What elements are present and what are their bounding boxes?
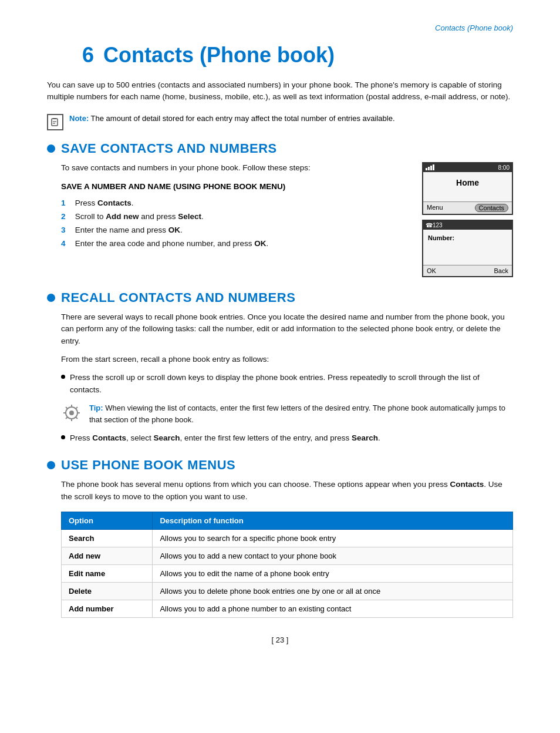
save-subsection-title: SAVE A NUMBER AND NAME (USING PHONE BOOK… bbox=[61, 182, 410, 191]
table-cell-option: Delete bbox=[62, 582, 153, 600]
svg-rect-0 bbox=[52, 119, 58, 126]
save-section: SAVE CONTACTS AND NUMBERS To save contac… bbox=[47, 141, 513, 277]
save-steps-list: 1 Press Contacts. 2 Scroll to Add new an… bbox=[61, 197, 410, 251]
step-2-bold1: Add new bbox=[106, 212, 139, 221]
recall-body-2: From the start screen, recall a phone bo… bbox=[61, 354, 513, 366]
note-label: Note: bbox=[69, 114, 89, 123]
table-cell-option: Add number bbox=[62, 600, 153, 617]
bar2 bbox=[428, 167, 430, 170]
table-cell-option: Search bbox=[62, 529, 153, 547]
recall-contacts-bold: Contacts bbox=[92, 433, 126, 442]
tip-text: Tip: When viewing the list of contacts, … bbox=[89, 402, 513, 425]
table-header-description: Description of function bbox=[153, 512, 513, 529]
table-row: SearchAllows you to search for a specifi… bbox=[62, 529, 513, 547]
table-cell-description: Allows you to edit the name of a phone b… bbox=[153, 564, 513, 582]
note-icon bbox=[47, 114, 63, 130]
recall-bullet-2-dot bbox=[61, 435, 65, 439]
svg-line-10 bbox=[66, 407, 68, 409]
phone-2-ok: OK bbox=[427, 267, 436, 274]
step-3-bold: OK bbox=[168, 226, 180, 234]
use-section-title: USE PHONE BOOK MENUS bbox=[61, 458, 235, 473]
phone-1-header: 8:00 bbox=[423, 163, 512, 172]
page-header: Contacts (Phone book) bbox=[47, 23, 513, 32]
table-header-option: Option bbox=[62, 512, 153, 529]
chapter-title-text: Contacts (Phone book) bbox=[103, 43, 335, 67]
note-text: Note: The amount of detail stored for ea… bbox=[69, 113, 395, 125]
tip-label: Tip: bbox=[89, 404, 103, 412]
svg-line-11 bbox=[76, 417, 77, 419]
signal-bars bbox=[426, 164, 434, 170]
recall-bullet-1-text: Press the scroll up or scroll down keys … bbox=[70, 372, 513, 396]
step-3: 3 Enter the name and press OK. bbox=[61, 224, 410, 237]
phone-2-number-label: Number: bbox=[428, 234, 507, 241]
page-footer: [ 23 ] bbox=[47, 636, 513, 644]
bar3 bbox=[430, 166, 432, 170]
table-cell-description: Allows you to add a new contact to your … bbox=[153, 547, 513, 564]
save-bullet-dot bbox=[47, 144, 55, 153]
tip-box: Tip: When viewing the list of contacts, … bbox=[61, 402, 513, 425]
step-4-bold: OK bbox=[254, 239, 266, 248]
svg-point-5 bbox=[69, 411, 74, 415]
recall-bullet-2-text: Press Contacts, select Search, enter the… bbox=[70, 432, 380, 445]
svg-rect-1 bbox=[53, 118, 56, 119]
phone-1-menu: Menu bbox=[427, 204, 443, 212]
table-cell-description: Allows you to search for a specific phon… bbox=[153, 529, 513, 547]
step-1-bold: Contacts bbox=[97, 199, 131, 207]
phone-screens: 8:00 Home Menu Contacts ☎123 Number: bbox=[422, 162, 513, 277]
breadcrumb-text: Contacts (Phone book) bbox=[435, 23, 513, 32]
phone-2-body: Number: bbox=[423, 230, 512, 265]
phone-1-footer: Menu Contacts bbox=[423, 201, 512, 214]
note-box: Note: The amount of detail stored for ea… bbox=[47, 113, 513, 130]
recall-bullet-1: Press the scroll up or scroll down keys … bbox=[61, 372, 513, 396]
phone-2-header: ☎123 bbox=[423, 221, 512, 230]
use-body-text: The phone book has several menu options … bbox=[61, 479, 513, 503]
svg-line-12 bbox=[76, 407, 77, 409]
chapter-title: 6Contacts (Phone book) bbox=[47, 43, 513, 68]
table-row: DeleteAllows you to delete phone book en… bbox=[62, 582, 513, 600]
phone-2-footer: OK Back bbox=[423, 265, 512, 276]
tip-body: When viewing the list of contacts, enter… bbox=[89, 404, 505, 424]
save-content-main: To save contacts and numbers in your pho… bbox=[47, 162, 410, 251]
table-header-row: Option Description of function bbox=[62, 512, 513, 529]
phone-screen-1: 8:00 Home Menu Contacts bbox=[422, 162, 513, 215]
step-num-4: 4 bbox=[61, 237, 69, 251]
note-body: The amount of detail stored for each ent… bbox=[91, 114, 395, 123]
phone-screen-2: ☎123 Number: OK Back bbox=[422, 220, 513, 277]
recall-section: RECALL CONTACTS AND NUMBERS There are se… bbox=[47, 290, 513, 445]
phone-1-body: Home bbox=[423, 172, 512, 201]
bar4 bbox=[433, 164, 434, 170]
recall-search-bold1: Search bbox=[154, 433, 180, 442]
save-section-title: SAVE CONTACTS AND NUMBERS bbox=[61, 141, 277, 156]
phone-1-home: Home bbox=[428, 178, 507, 187]
chapter-number: 6 bbox=[82, 43, 94, 67]
table-body: SearchAllows you to search for a specifi… bbox=[62, 529, 513, 617]
tip-icon bbox=[61, 402, 82, 423]
phone-1-contacts: Contacts bbox=[475, 204, 508, 212]
table-cell-description: Allows you to delete phone book entries … bbox=[153, 582, 513, 600]
table-row: Add newAllows you to add a new contact t… bbox=[62, 547, 513, 564]
step-2-bold2: Select bbox=[178, 212, 201, 221]
bar1 bbox=[426, 168, 427, 170]
step-num-1: 1 bbox=[61, 197, 69, 210]
options-table: Option Description of function SearchAll… bbox=[61, 512, 513, 618]
table-header: Option Description of function bbox=[62, 512, 513, 529]
table-cell-description: Allows you to add a phone number to an e… bbox=[153, 600, 513, 617]
phone-2-back: Back bbox=[494, 267, 508, 274]
table-cell-option: Edit name bbox=[62, 564, 153, 582]
recall-bullet-2: Press Contacts, select Search, enter the… bbox=[61, 432, 513, 445]
page-number: [ 23 ] bbox=[272, 636, 289, 644]
table-cell-option: Add new bbox=[62, 547, 153, 564]
use-bullet-dot bbox=[47, 461, 55, 469]
phone-2-header-icon: ☎123 bbox=[426, 222, 443, 228]
recall-bullet-dot bbox=[47, 294, 55, 302]
intro-paragraph: You can save up to 500 entries (contacts… bbox=[47, 79, 513, 103]
step-num-2: 2 bbox=[61, 210, 69, 224]
recall-bullet-1-dot bbox=[61, 375, 65, 379]
step-num-3: 3 bbox=[61, 224, 69, 237]
recall-body-1: There are several ways to recall phone b… bbox=[61, 311, 513, 348]
recall-search-bold2: Search bbox=[352, 433, 378, 442]
save-section-content: To save contacts and numbers in your pho… bbox=[47, 162, 513, 277]
save-section-heading: SAVE CONTACTS AND NUMBERS bbox=[47, 141, 513, 156]
use-section-heading: USE PHONE BOOK MENUS bbox=[47, 458, 513, 473]
save-subtitle: To save contacts and numbers in your pho… bbox=[61, 162, 410, 174]
